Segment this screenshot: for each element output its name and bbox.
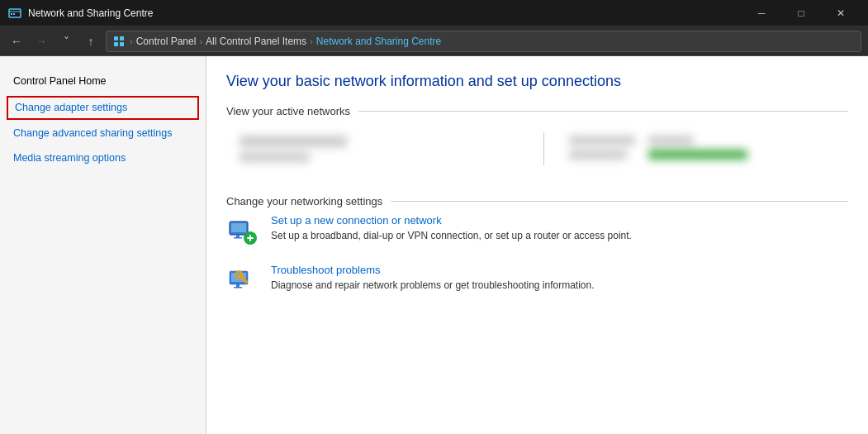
media-streaming-link[interactable]: Media streaming options	[13, 151, 192, 166]
title-bar: Network and Sharing Centre ─ □ ✕	[0, 0, 868, 26]
address-path[interactable]: › Control Panel › All Control Panel Item…	[106, 31, 861, 52]
network-status-blurred	[569, 132, 747, 163]
network-info-left	[240, 132, 519, 165]
path-segment-2: All Control Panel Items	[206, 36, 306, 47]
svg-rect-7	[120, 42, 124, 46]
new-connection-link[interactable]: Set up a new connection or network	[271, 214, 632, 227]
new-connection-icon	[226, 214, 259, 247]
sidebar-item-home[interactable]: Control Panel Home	[0, 69, 206, 94]
network-name-blurred	[240, 136, 519, 162]
svg-rect-10	[231, 223, 246, 232]
path-segment-3: Network and Sharing Centre	[316, 36, 441, 47]
content-area: View your basic network information and …	[206, 56, 868, 434]
forward-button[interactable]: →	[31, 31, 51, 51]
active-networks-header: View your active networks	[226, 105, 848, 117]
change-advanced-sharing-link[interactable]: Change advanced sharing settings	[13, 126, 192, 141]
active-networks-section	[226, 124, 848, 179]
new-connection-option: Set up a new connection or network Set u…	[226, 214, 848, 247]
sidebar: Control Panel Home Change adapter settin…	[0, 56, 206, 434]
address-bar: ← → ˅ ↑ › Control Panel › All Control Pa…	[0, 26, 868, 56]
path-segment-1: Control Panel	[136, 36, 197, 47]
close-button[interactable]: ✕	[822, 1, 860, 26]
svg-rect-15	[249, 235, 251, 241]
svg-rect-18	[236, 284, 240, 287]
troubleshoot-content: Troubleshoot problems Diagnose and repai…	[271, 264, 595, 291]
minimize-button[interactable]: ─	[742, 1, 780, 26]
change-adapter-settings-link[interactable]: Change adapter settings	[15, 101, 191, 116]
path-sep-1: ›	[130, 36, 133, 46]
svg-rect-3	[13, 13, 15, 15]
main-container: Control Panel Home Change adapter settin…	[0, 56, 868, 434]
path-sep-2: ›	[199, 36, 202, 46]
troubleshoot-icon	[226, 264, 259, 297]
path-sep-3: ›	[310, 36, 313, 46]
svg-rect-11	[236, 235, 240, 237]
maximize-button[interactable]: □	[782, 1, 820, 26]
svg-rect-19	[234, 287, 242, 289]
svg-rect-12	[234, 237, 242, 239]
svg-rect-6	[114, 42, 118, 46]
svg-rect-5	[120, 36, 124, 41]
troubleshoot-link[interactable]: Troubleshoot problems	[271, 264, 595, 276]
new-connection-content: Set up a new connection or network Set u…	[271, 214, 632, 241]
networking-settings-header: Change your networking settings	[226, 195, 848, 207]
window-title: Network and Sharing Centre	[28, 7, 153, 19]
back-button[interactable]: ←	[7, 31, 26, 51]
troubleshoot-desc: Diagnose and repair network problems or …	[271, 279, 595, 291]
new-connection-desc: Set up a broadband, dial-up or VPN conne…	[271, 230, 632, 241]
title-bar-icon	[8, 7, 21, 20]
dropdown-button[interactable]: ˅	[56, 31, 76, 51]
sidebar-item-adapter-settings[interactable]: Change adapter settings	[7, 96, 199, 121]
page-title: View your basic network information and …	[226, 73, 848, 90]
network-divider	[543, 132, 544, 165]
troubleshoot-option: Troubleshoot problems Diagnose and repai…	[226, 264, 848, 297]
path-home-icon	[113, 35, 126, 48]
svg-rect-4	[114, 36, 118, 41]
window-controls: ─ □ ✕	[742, 1, 860, 26]
networking-settings-section: Change your networking settings	[226, 195, 848, 297]
up-button[interactable]: ↑	[81, 31, 101, 51]
svg-rect-2	[11, 13, 12, 15]
sidebar-item-advanced-sharing[interactable]: Change advanced sharing settings	[0, 122, 206, 146]
sidebar-item-media-streaming[interactable]: Media streaming options	[0, 146, 206, 171]
network-info-right	[569, 132, 848, 165]
